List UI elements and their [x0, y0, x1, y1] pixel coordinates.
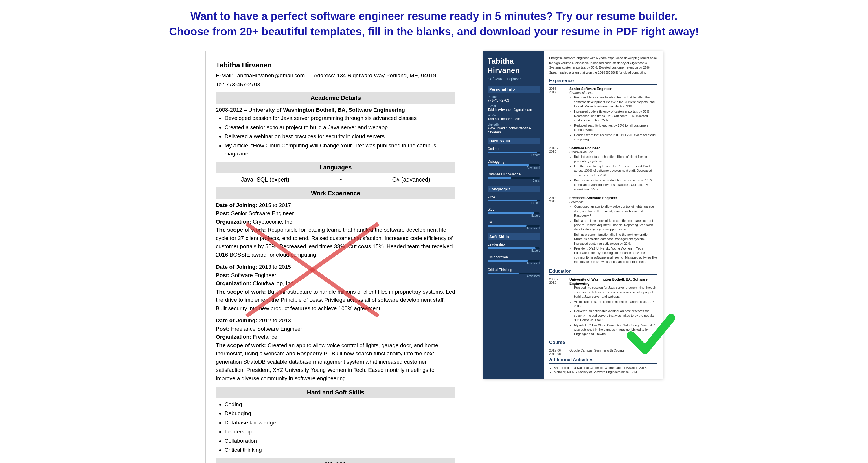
skill-leadership: Leadership Expert: [488, 242, 539, 252]
exp-company-3: Freelance: [569, 200, 657, 204]
left-work-header: Work Experience: [216, 187, 456, 199]
lang1: Java, SQL (expert): [241, 175, 289, 184]
list-item: Delivered an actionable webinar on best …: [574, 309, 657, 322]
list-item: Pursued my passion for Java server progr…: [574, 286, 657, 299]
header-banner: Want to have a perfect software engineer…: [0, 0, 868, 45]
job3-date: Date of Joining: 2012 to 2013: [216, 317, 456, 325]
email-label: E-Mail:: [216, 73, 233, 79]
skill-coding: Coding Expert: [488, 147, 539, 157]
academic-degree: University of Washington Bothell, BA, So…: [248, 107, 405, 113]
job3-scope: The scope of work: Created an app to all…: [216, 341, 456, 383]
work-entry-3: Date of Joining: 2012 to 2013 Post: Free…: [216, 317, 456, 382]
lang2: C# (advanced): [392, 175, 430, 184]
course-title: Course: [549, 340, 657, 346]
exp-title-2: Software Engineer: [569, 146, 657, 150]
list-item: My article, "How Cloud Computing Will Ch…: [224, 142, 456, 158]
phone-value: 773-457-2703: [488, 98, 539, 103]
soft-skills-title: Soft Skills: [488, 233, 539, 240]
list-item: Built a real time stock picking app that…: [574, 219, 657, 232]
work-entry-1: Date of Joining: 2015 to 2017 Post: Seni…: [216, 201, 456, 259]
list-item: Composed an app to allow voice control o…: [574, 204, 657, 218]
linkedin-label: LinkedIn: [488, 123, 539, 126]
edu-title-1: University of Washington Bothell, BA, So…: [569, 278, 657, 286]
skill-java: Java Expert: [488, 195, 539, 204]
skill-debugging: Debugging Advanced: [488, 160, 539, 169]
main-content: Energetic software engineer with 5 years…: [544, 51, 662, 378]
list-item: Headed team that received 2016 BOSSIE aw…: [574, 133, 657, 142]
header-line2: Choose from 20+ beautiful templates, fil…: [6, 24, 862, 39]
exp-entry-3: 2012 -2013 Freelance Software Engineer F…: [549, 196, 657, 265]
job1-date: Date of Joining: 2015 to 2017: [216, 201, 456, 210]
skill-sql: SQL Expert: [488, 207, 539, 217]
list-item: Collaboration: [224, 437, 456, 445]
skill-critical-thinking: Critical Thinking Advanced: [488, 268, 539, 278]
activities-title: Additional Activities: [549, 357, 657, 364]
email-label: E-mail: [488, 104, 539, 108]
left-email-line: E-Mail: TabithaHirvanen@gmail.com Addres…: [216, 71, 456, 80]
skill-collaboration: Collaboration Advanced: [488, 255, 539, 265]
edu-bullets-1: Pursued my passion for Java server progr…: [574, 286, 657, 336]
exp-title-3: Freelance Software Engineer: [569, 196, 657, 200]
resume-right: Tabitha Hirvanen Software Engineer Perso…: [483, 51, 662, 378]
job2-post: Post: Software Engineer: [216, 271, 456, 280]
list-item: Built security into new product features…: [574, 178, 657, 192]
education-title: Education: [549, 269, 657, 275]
exp-company-2: Cloudwallop, Inc.: [569, 150, 657, 154]
address-label: Address:: [314, 73, 335, 79]
list-item: Shortlisted for a National Center for Wo…: [554, 366, 657, 370]
left-tel-line: Tel: 773-457-2703: [216, 81, 456, 89]
list-item: Critical thinking: [224, 446, 456, 454]
academic-years: 2008-2012 –: [216, 107, 248, 113]
right-name: Tabitha Hirvanen: [488, 57, 539, 75]
activities-list: Shortlisted for a National Center for Wo…: [554, 366, 657, 374]
hard-skills-title: Hard Skills: [488, 138, 539, 144]
job2-date: Date of Joining: 2013 to 2015: [216, 263, 456, 271]
list-item: Debugging: [224, 409, 456, 418]
job2-scope: The scope of work: Built infrastructure …: [216, 288, 456, 313]
list-item: Reduced security breaches by 73% for all…: [574, 123, 657, 132]
header-line1: Want to have a perfect software engineer…: [6, 9, 862, 24]
exp-bullets-1: Responsible for spearheading teams that …: [574, 95, 657, 142]
exp-dates-1: 2015 -2017: [549, 87, 566, 142]
exp-title-1: Senior Software Engineer: [569, 87, 657, 91]
languages-title: Languages: [488, 185, 539, 192]
left-address: 134 Rightward Way Portland, ME, 04019: [337, 73, 436, 79]
edu-body-1: University of Washington Bothell, BA, So…: [569, 278, 657, 337]
exp-body-2: Software Engineer Cloudwallop, Inc. Buil…: [569, 146, 657, 192]
list-item: Leadership: [224, 428, 456, 436]
job3-org: Organization: Freelance: [216, 333, 456, 341]
exp-dates-2: 2013 -2015: [549, 146, 566, 192]
exp-entry-1: 2015 -2017 Senior Software Engineer Cryp…: [549, 87, 657, 142]
list-item: Database knowledge: [224, 419, 456, 427]
linkedin-value: www.linkedin.com/in/tabitha-hirvanen: [488, 126, 539, 134]
left-academic-list: Developed passion for Java server progra…: [224, 114, 456, 158]
left-skills-header: Hard and Soft Skills: [216, 386, 456, 398]
edu-dates-1: 2008 -2012: [549, 278, 566, 337]
left-academic-header: Academic Details: [216, 92, 456, 104]
exp-bullets-3: Composed an app to allow voice control o…: [574, 204, 657, 264]
phone-label: Phone: [488, 95, 539, 98]
exp-bullets-2: Built infrastructure to handle millions …: [574, 155, 657, 192]
edu-entry-1: 2008 -2012 University of Washington Both…: [549, 278, 657, 337]
www-label: WWW: [488, 114, 539, 117]
list-item: My article, "How Cloud Computing Will Ch…: [574, 323, 657, 337]
job1-org: Organization: Cryptoconic, Inc.: [216, 218, 456, 226]
course-dates-1: 2012-06 -2012-08: [549, 349, 566, 355]
list-item: VP of Jugger-Is, the campus machine lear…: [574, 300, 657, 309]
exp-company-1: Cryptoconic, Inc.: [569, 91, 657, 94]
exp-dates-3: 2012 -2013: [549, 196, 566, 265]
list-item: Coding: [224, 401, 456, 409]
skill-database: Database Knowledge Basic: [488, 172, 539, 182]
work-entry-2: Date of Joining: 2013 to 2015 Post: Soft…: [216, 263, 456, 312]
job1-post: Post: Senior Software Engineer: [216, 209, 456, 218]
list-item: Created a senior scholar project to buil…: [224, 123, 456, 132]
job2-org: Organization: Cloudwallop, Inc.: [216, 280, 456, 288]
sidebar: Tabitha Hirvanen Software Engineer Perso…: [483, 51, 544, 378]
list-item: Increased code efficiency of customer po…: [574, 110, 657, 123]
experience-title: Experience: [549, 78, 657, 85]
left-languages-header: Languages: [216, 162, 456, 173]
course-name-1: Google Campus: Summer with Coding: [569, 349, 624, 355]
email-value: TabithaHirvanen@gmail.com: [488, 108, 539, 112]
job1-scope: The scope of work: Responsible for leadi…: [216, 226, 456, 259]
tel-label: Tel:: [216, 81, 224, 87]
